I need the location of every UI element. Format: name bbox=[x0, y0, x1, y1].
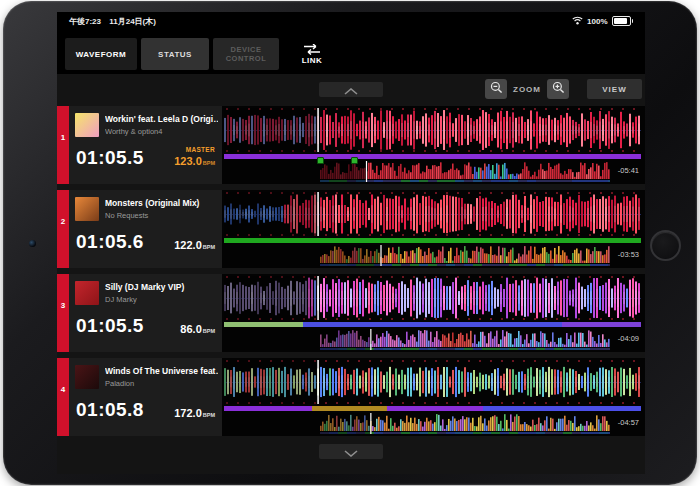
track-title: Winds Of The Universe feat… bbox=[105, 366, 218, 376]
stage: 午後7:23 11月24日(木) 100% bbox=[0, 0, 700, 486]
remaining-time: -05:41 bbox=[618, 166, 639, 175]
album-art bbox=[75, 113, 99, 137]
tab-device-control: DEVICE CONTROL bbox=[213, 38, 279, 70]
bpm-unit: BPM bbox=[203, 328, 215, 334]
zoom-label: ZOOM bbox=[513, 85, 541, 94]
overview-waveform[interactable] bbox=[320, 245, 610, 266]
chevron-down-icon bbox=[344, 443, 358, 461]
track-artist: Worthy & option4 bbox=[105, 127, 218, 136]
tab-bar: WAVEFORM STATUS DEVICE CONTROL LINK bbox=[65, 38, 339, 70]
tab-status[interactable]: STATUS bbox=[141, 38, 209, 70]
elapsed-time: 01:05.8 bbox=[76, 399, 144, 421]
clock: 午後7:23 11月24日(木) bbox=[69, 16, 162, 27]
deck-row-3[interactable]: 3 Silly (DJ Marky VIP) DJ Marky 01:05.5 … bbox=[57, 274, 645, 352]
bpm-display: 86.0 BPM bbox=[180, 323, 215, 335]
bpm-unit: BPM bbox=[203, 160, 215, 166]
tab-link[interactable]: LINK bbox=[289, 38, 335, 70]
cue-point-marker[interactable] bbox=[317, 157, 324, 164]
bpm-display: 172.0 BPM bbox=[174, 407, 215, 419]
overview-waveform[interactable] bbox=[320, 329, 610, 350]
zoom-in-button[interactable] bbox=[547, 79, 569, 99]
tab-link-label: LINK bbox=[302, 56, 323, 65]
chevron-up-icon bbox=[344, 81, 358, 99]
status-bar: 午後7:23 11月24日(木) 100% bbox=[57, 12, 645, 28]
track-title: Silly (DJ Marky VIP) bbox=[105, 282, 218, 292]
status-time: 午後7:23 bbox=[69, 17, 101, 26]
front-camera-icon bbox=[29, 240, 36, 247]
tab-device-control-label: DEVICE CONTROL bbox=[220, 45, 272, 64]
deck-number: 4 bbox=[57, 385, 69, 394]
view-button-label: VIEW bbox=[602, 85, 626, 94]
elapsed-time: 01:05.5 bbox=[76, 147, 144, 169]
phrase-progress-bar bbox=[224, 154, 641, 159]
deck-number: 2 bbox=[57, 217, 69, 226]
main-waveform[interactable] bbox=[224, 276, 641, 320]
deck-number-strip: 4 bbox=[57, 358, 69, 436]
magnifier-plus-icon bbox=[552, 80, 565, 98]
overview-waveform[interactable] bbox=[320, 161, 610, 182]
magnifier-minus-icon bbox=[490, 80, 503, 98]
track-info-card[interactable]: Workin' feat. Leela D (Origi… Worthy & o… bbox=[69, 106, 222, 184]
bpm-value: 122.0 bbox=[174, 239, 202, 251]
content-panel: ZOOM VIEW bbox=[57, 74, 645, 474]
waveform-area: -04:57 bbox=[224, 358, 641, 436]
deck-number-strip: 2 bbox=[57, 190, 69, 268]
bpm-value: 172.0 bbox=[174, 407, 202, 419]
waveform-area: -05:41 bbox=[224, 106, 641, 184]
phrase-progress-bar bbox=[224, 238, 641, 243]
track-title: Workin' feat. Leela D (Origi… bbox=[105, 114, 218, 124]
bpm-unit: BPM bbox=[203, 412, 215, 418]
deck-list: 1 Workin' feat. Leela D (Origi… Worthy &… bbox=[57, 106, 645, 442]
track-info-card[interactable]: Monsters (Original Mix) No Requests 01:0… bbox=[69, 190, 222, 268]
deck-number: 1 bbox=[57, 133, 69, 142]
deck-row-2[interactable]: 2 Monsters (Original Mix) No Requests 01… bbox=[57, 190, 645, 268]
remaining-time: -03:53 bbox=[618, 250, 639, 259]
deck-number: 3 bbox=[57, 301, 69, 310]
app-screen: 午後7:23 11月24日(木) 100% bbox=[57, 12, 645, 474]
waveform-area: -03:53 bbox=[224, 190, 641, 268]
tab-status-label: STATUS bbox=[158, 50, 192, 59]
battery-percent: 100% bbox=[587, 17, 607, 26]
wifi-icon bbox=[572, 16, 583, 27]
bpm-unit: BPM bbox=[203, 244, 215, 250]
main-waveform[interactable] bbox=[224, 192, 641, 236]
bpm-value: 86.0 bbox=[180, 323, 201, 335]
album-art bbox=[75, 365, 99, 389]
tab-waveform[interactable]: WAVEFORM bbox=[65, 38, 137, 70]
elapsed-time: 01:05.6 bbox=[76, 231, 144, 253]
deck-row-1[interactable]: 1 Workin' feat. Leela D (Origi… Worthy &… bbox=[57, 106, 645, 184]
album-art bbox=[75, 281, 99, 305]
overview-waveform[interactable] bbox=[320, 413, 610, 434]
main-waveform[interactable] bbox=[224, 360, 641, 404]
track-artist: No Requests bbox=[105, 211, 218, 220]
bpm-display: 123.0 BPM bbox=[174, 155, 215, 167]
remaining-time: -04:57 bbox=[618, 418, 639, 427]
tab-waveform-label: WAVEFORM bbox=[76, 50, 127, 59]
collapse-button[interactable] bbox=[319, 82, 383, 97]
zoom-controls: ZOOM VIEW bbox=[485, 79, 642, 99]
waveform-area: -04:09 bbox=[224, 274, 641, 352]
deck-row-4[interactable]: 4 Winds Of The Universe feat… Paladion 0… bbox=[57, 358, 645, 436]
main-waveform[interactable] bbox=[224, 108, 641, 152]
track-artist: Paladion bbox=[105, 379, 218, 388]
battery-icon bbox=[612, 16, 634, 26]
deck-number-strip: 3 bbox=[57, 274, 69, 352]
ipad-body: 午後7:23 11月24日(木) 100% bbox=[3, 1, 697, 485]
expand-button[interactable] bbox=[319, 444, 383, 459]
album-art bbox=[75, 197, 99, 221]
cue-point-marker[interactable] bbox=[351, 157, 358, 164]
track-artist: DJ Marky bbox=[105, 295, 218, 304]
remaining-time: -04:09 bbox=[618, 334, 639, 343]
link-arrows-icon bbox=[303, 44, 321, 55]
elapsed-time: 01:05.5 bbox=[76, 315, 144, 337]
track-info-card[interactable]: Silly (DJ Marky VIP) DJ Marky 01:05.5 86… bbox=[69, 274, 222, 352]
track-info-card[interactable]: Winds Of The Universe feat… Paladion 01:… bbox=[69, 358, 222, 436]
zoom-out-button[interactable] bbox=[485, 79, 507, 99]
home-button[interactable] bbox=[650, 230, 681, 261]
master-badge: MASTER bbox=[186, 146, 215, 153]
view-button[interactable]: VIEW bbox=[587, 79, 642, 99]
status-date: 11月24日(木) bbox=[109, 17, 156, 26]
track-title: Monsters (Original Mix) bbox=[105, 198, 218, 208]
deck-number-strip: 1 bbox=[57, 106, 69, 184]
bpm-display: 122.0 BPM bbox=[174, 239, 215, 251]
